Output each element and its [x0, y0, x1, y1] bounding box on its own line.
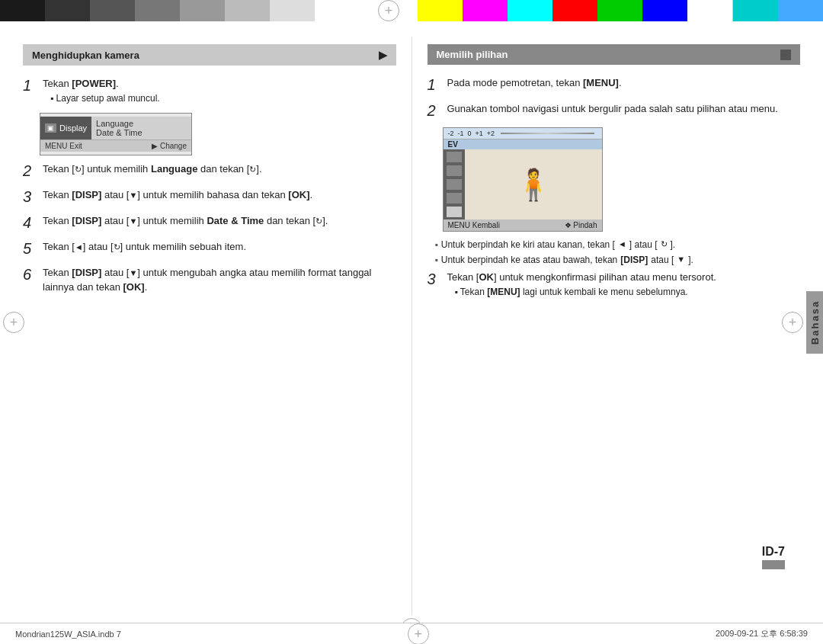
step-6-num: 6 [23, 265, 37, 295]
swatch-lightblue [778, 0, 823, 21]
step-5: 5 Tekan [◄] atau [↻] untuk memilih sebua… [23, 239, 396, 258]
menu-screen-footer: MENU Kembali ❖ Pindah [444, 219, 602, 231]
step-3-num: 3 [23, 187, 37, 206]
step-1: 1 Tekan [POWER]. ▪ Layar setup awal munc… [23, 76, 396, 105]
step-1-bold: [POWER] [72, 78, 116, 89]
step-4: 4 Tekan [DISP] atau [▼] untuk memilih Da… [23, 213, 396, 232]
menu-screen-main: 🧍 [465, 149, 602, 219]
step-5-num: 5 [23, 239, 37, 258]
swatch-yellow [418, 0, 463, 21]
menu-icon-5 [447, 207, 462, 217]
main-content: Menghidupkan kamera ▶ 1 Tekan [POWER]. ▪… [15, 37, 808, 615]
step-6-content: Tekan [DISP] atau [▼] untuk mengubah ang… [43, 265, 396, 295]
step-4-bold: Date & Time [207, 215, 264, 226]
bullet-1: Untuk berpindah ke kiri atau kanan, teka… [435, 238, 801, 252]
right-section-icon [780, 50, 791, 60]
swatch-teal [733, 0, 778, 21]
swatch-magenta [463, 0, 508, 21]
reg-mark-top [378, 0, 399, 21]
camera-screen: ▣ Display Language Date & Time MENU Exit… [40, 113, 192, 155]
screen-right-line1: Language [96, 119, 187, 128]
step-3-content: Tekan [DISP] atau [▼] untuk memilih baha… [43, 187, 396, 206]
left-section-title: Menghidupkan kamera [32, 50, 139, 61]
right-section-title: Memilih pilihan [437, 49, 508, 60]
reg-mark-bottom-bar [408, 623, 429, 645]
right-step-2-content: Gunakan tombol navigasi untuk bergulir p… [447, 101, 801, 120]
step-2-bold: Language [151, 163, 197, 175]
step-1-sub: ▪ Layar setup awal muncul. [50, 91, 396, 105]
step-2-num: 2 [23, 162, 37, 180]
swatch-red [552, 0, 597, 21]
swatch-cyan [508, 0, 552, 21]
menu-footer-left: MENU Kembali [448, 221, 500, 229]
bottom-bar: Mondrian125W_ASIA.indb 7 2009-09-21 오후 6… [0, 623, 823, 644]
menu-screen-sidebar [444, 149, 465, 219]
color-bar [0, 0, 823, 21]
menu-screen: -2 -1 0 +1 +2 EV 🧍 MENU Kembali [443, 127, 603, 232]
display-icon: ▣ [45, 123, 56, 133]
figure-silhouette: 🧍 [514, 169, 552, 200]
right-step-1: 1 Pada mode pemotretan, tekan [MENU]. [428, 75, 801, 94]
right-section-header: Memilih pilihan [428, 44, 801, 65]
screen-left-label: Display [59, 123, 87, 133]
screen-left: ▣ Display [40, 117, 91, 139]
swatch-blue [642, 0, 687, 21]
page-number-line [762, 560, 785, 569]
step-3: 3 Tekan [DISP] atau [▼] untuk memilih ba… [23, 187, 396, 206]
step-4-content: Tekan [DISP] atau [▼] untuk memilih Date… [43, 213, 396, 232]
left-panel: Menghidupkan kamera ▶ 1 Tekan [POWER]. ▪… [15, 37, 412, 615]
menu-footer-right: ❖ Pindah [565, 221, 597, 229]
bullet-2: Untuk berpindah ke atas atau bawah, teka… [435, 253, 801, 267]
swatch-3 [90, 0, 135, 21]
left-section-header: Menghidupkan kamera ▶ [23, 44, 396, 66]
menu-icon-3 [447, 179, 462, 190]
step-1-num: 1 [23, 76, 37, 105]
footer-right: 2009-09-21 오후 6:58:39 [716, 628, 808, 639]
right-step-3-content: Tekan [OK] untuk mengkonfirmasi pilihan … [447, 270, 801, 299]
step-2-content: Tekan [↻] untuk memilih Language dan tek… [43, 162, 396, 180]
screen-footer-left: MENU Exit [45, 142, 82, 150]
step-6: 6 Tekan [DISP] atau [▼] untuk mengubah a… [23, 265, 396, 295]
step-4-num: 4 [23, 213, 37, 232]
left-section-arrow: ▶ [379, 49, 387, 61]
swatch-2 [45, 0, 90, 21]
right-step-1-content: Pada mode pemotretan, tekan [MENU]. [447, 75, 801, 94]
menu-icon-2 [447, 165, 462, 176]
page-number: ID-7 [762, 545, 785, 559]
menu-screen-content: 🧍 [444, 149, 602, 219]
step-1-content: Tekan [POWER]. ▪ Layar setup awal muncul… [43, 76, 396, 105]
ev-scale: -2 -1 0 +1 +2 [448, 130, 495, 137]
swatch-4 [135, 0, 180, 21]
ev-label: EV [444, 139, 602, 149]
footer-left: Mondrian125W_ASIA.indb 7 [15, 630, 121, 639]
swatch-white [687, 0, 733, 21]
step-5-content: Tekan [◄] atau [↻] untuk memilih sebuah … [43, 239, 396, 258]
swatch-1 [0, 0, 45, 21]
right-panel: Memilih pilihan 1 Pada mode pemotretan, … [412, 37, 809, 615]
side-tab-bahasa: Bahasa [806, 290, 823, 353]
swatch-green [597, 0, 642, 21]
swatch-5 [180, 0, 225, 21]
screen-right: Language Date & Time [91, 117, 191, 139]
bullet-list: Untuk berpindah ke kiri atau kanan, teka… [435, 238, 801, 267]
menu-icon-1 [447, 152, 462, 162]
right-step-3-sub: ▪ Tekan [MENU] lagi untuk kembali ke men… [455, 285, 801, 299]
right-step-3: 3 Tekan [OK] untuk mengkonfirmasi piliha… [428, 270, 801, 299]
screen-footer-right: ▶ Change [152, 142, 187, 150]
swatch-6 [225, 0, 270, 21]
right-step-2-num: 2 [428, 101, 441, 120]
menu-icon-4 [447, 193, 462, 203]
swatch-7 [270, 0, 315, 21]
right-step-3-num: 3 [428, 270, 441, 299]
right-step-2: 2 Gunakan tombol navigasi untuk bergulir… [428, 101, 801, 120]
right-step-1-num: 1 [428, 75, 441, 94]
page-number-area: ID-7 [762, 545, 785, 569]
menu-screen-ev: -2 -1 0 +1 +2 [444, 128, 602, 139]
step-2: 2 Tekan [↻] untuk memilih Language dan t… [23, 162, 396, 180]
screen-right-line2: Date & Time [96, 128, 187, 137]
screen-bottom: MENU Exit ▶ Change [40, 139, 191, 152]
swatch-8 [315, 0, 360, 21]
